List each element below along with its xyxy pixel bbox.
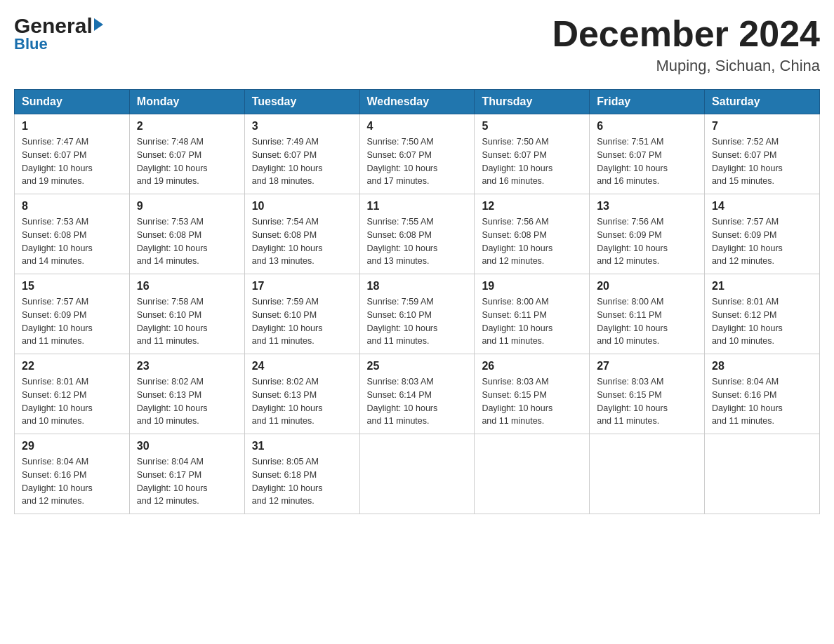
- day-number: 11: [367, 200, 468, 213]
- day-number: 22: [22, 360, 122, 373]
- calendar-cell: 7Sunrise: 7:52 AMSunset: 6:07 PMDaylight…: [705, 114, 820, 194]
- day-header-tuesday: Tuesday: [244, 90, 359, 114]
- day-number: 28: [712, 360, 812, 373]
- day-number: 17: [252, 280, 352, 293]
- day-info: Sunrise: 7:57 AMSunset: 6:09 PMDaylight:…: [22, 295, 122, 348]
- day-info: Sunrise: 7:48 AMSunset: 6:07 PMDaylight:…: [137, 135, 237, 188]
- day-number: 24: [252, 360, 352, 373]
- calendar-week-row: 22Sunrise: 8:01 AMSunset: 6:12 PMDayligh…: [15, 354, 820, 434]
- day-info: Sunrise: 7:47 AMSunset: 6:07 PMDaylight:…: [22, 135, 122, 188]
- day-info: Sunrise: 7:49 AMSunset: 6:07 PMDaylight:…: [252, 135, 352, 188]
- calendar-cell: 6Sunrise: 7:51 AMSunset: 6:07 PMDaylight…: [590, 114, 705, 194]
- day-number: 20: [597, 280, 697, 293]
- day-number: 8: [22, 200, 122, 213]
- day-info: Sunrise: 7:56 AMSunset: 6:09 PMDaylight:…: [597, 215, 697, 268]
- day-info: Sunrise: 7:51 AMSunset: 6:07 PMDaylight:…: [597, 135, 697, 188]
- day-info: Sunrise: 8:04 AMSunset: 6:17 PMDaylight:…: [137, 455, 237, 508]
- day-info: Sunrise: 7:53 AMSunset: 6:08 PMDaylight:…: [137, 215, 237, 268]
- calendar-cell: 1Sunrise: 7:47 AMSunset: 6:07 PMDaylight…: [15, 114, 130, 194]
- calendar-week-row: 15Sunrise: 7:57 AMSunset: 6:09 PMDayligh…: [15, 274, 820, 354]
- day-header-wednesday: Wednesday: [359, 90, 475, 114]
- day-info: Sunrise: 7:52 AMSunset: 6:07 PMDaylight:…: [712, 135, 812, 188]
- logo-general-text: General: [14, 14, 93, 38]
- calendar-cell: 9Sunrise: 7:53 AMSunset: 6:08 PMDaylight…: [129, 194, 244, 274]
- day-info: Sunrise: 7:59 AMSunset: 6:10 PMDaylight:…: [367, 295, 468, 348]
- day-number: 27: [597, 360, 697, 373]
- day-info: Sunrise: 8:03 AMSunset: 6:14 PMDaylight:…: [367, 375, 468, 428]
- day-info: Sunrise: 7:57 AMSunset: 6:09 PMDaylight:…: [712, 215, 812, 268]
- day-number: 5: [482, 120, 582, 133]
- calendar-week-row: 1Sunrise: 7:47 AMSunset: 6:07 PMDaylight…: [15, 114, 820, 194]
- day-number: 12: [482, 200, 582, 213]
- calendar-cell: 14Sunrise: 7:57 AMSunset: 6:09 PMDayligh…: [705, 194, 820, 274]
- calendar-cell: 20Sunrise: 8:00 AMSunset: 6:11 PMDayligh…: [590, 274, 705, 354]
- day-number: 10: [252, 200, 352, 213]
- calendar-cell: 4Sunrise: 7:50 AMSunset: 6:07 PMDaylight…: [359, 114, 475, 194]
- day-number: 31: [252, 440, 352, 452]
- day-header-friday: Friday: [590, 90, 705, 114]
- day-info: Sunrise: 8:05 AMSunset: 6:18 PMDaylight:…: [252, 455, 352, 508]
- calendar-cell: 27Sunrise: 8:03 AMSunset: 6:15 PMDayligh…: [590, 354, 705, 434]
- calendar-cell: 21Sunrise: 8:01 AMSunset: 6:12 PMDayligh…: [705, 274, 820, 354]
- calendar-cell: 13Sunrise: 7:56 AMSunset: 6:09 PMDayligh…: [590, 194, 705, 274]
- calendar-cell: [590, 434, 705, 514]
- calendar-cell: 28Sunrise: 8:04 AMSunset: 6:16 PMDayligh…: [705, 354, 820, 434]
- day-info: Sunrise: 7:56 AMSunset: 6:08 PMDaylight:…: [482, 215, 582, 268]
- calendar-cell: 3Sunrise: 7:49 AMSunset: 6:07 PMDaylight…: [244, 114, 359, 194]
- day-info: Sunrise: 7:50 AMSunset: 6:07 PMDaylight:…: [482, 135, 582, 188]
- day-info: Sunrise: 7:58 AMSunset: 6:10 PMDaylight:…: [137, 295, 237, 348]
- calendar-week-row: 8Sunrise: 7:53 AMSunset: 6:08 PMDaylight…: [15, 194, 820, 274]
- calendar-cell: [705, 434, 820, 514]
- calendar-cell: 31Sunrise: 8:05 AMSunset: 6:18 PMDayligh…: [244, 434, 359, 514]
- day-header-sunday: Sunday: [15, 90, 130, 114]
- day-info: Sunrise: 8:02 AMSunset: 6:13 PMDaylight:…: [137, 375, 237, 428]
- day-number: 15: [22, 280, 122, 293]
- calendar-cell: 16Sunrise: 7:58 AMSunset: 6:10 PMDayligh…: [129, 274, 244, 354]
- calendar-cell: 25Sunrise: 8:03 AMSunset: 6:14 PMDayligh…: [359, 354, 475, 434]
- calendar-cell: 5Sunrise: 7:50 AMSunset: 6:07 PMDaylight…: [475, 114, 590, 194]
- calendar-cell: 11Sunrise: 7:55 AMSunset: 6:08 PMDayligh…: [359, 194, 475, 274]
- day-number: 16: [137, 280, 237, 293]
- calendar-cell: 26Sunrise: 8:03 AMSunset: 6:15 PMDayligh…: [475, 354, 590, 434]
- day-number: 30: [137, 440, 237, 452]
- location-title: Muping, Sichuan, China: [552, 57, 820, 75]
- calendar-cell: 30Sunrise: 8:04 AMSunset: 6:17 PMDayligh…: [129, 434, 244, 514]
- calendar-cell: 17Sunrise: 7:59 AMSunset: 6:10 PMDayligh…: [244, 274, 359, 354]
- calendar-cell: 8Sunrise: 7:53 AMSunset: 6:08 PMDaylight…: [15, 194, 130, 274]
- page-header: General Blue December 2024 Muping, Sichu…: [14, 14, 820, 75]
- logo: General Blue: [14, 14, 103, 53]
- day-number: 3: [252, 120, 352, 133]
- day-number: 9: [137, 200, 237, 213]
- day-number: 29: [22, 440, 122, 452]
- day-number: 18: [367, 280, 468, 293]
- day-number: 25: [367, 360, 468, 373]
- calendar-cell: 23Sunrise: 8:02 AMSunset: 6:13 PMDayligh…: [129, 354, 244, 434]
- day-info: Sunrise: 8:03 AMSunset: 6:15 PMDaylight:…: [482, 375, 582, 428]
- day-info: Sunrise: 8:02 AMSunset: 6:13 PMDaylight:…: [252, 375, 352, 428]
- calendar-cell: [475, 434, 590, 514]
- calendar-cell: 24Sunrise: 8:02 AMSunset: 6:13 PMDayligh…: [244, 354, 359, 434]
- logo-blue-text: Blue: [14, 35, 48, 53]
- day-info: Sunrise: 8:01 AMSunset: 6:12 PMDaylight:…: [22, 375, 122, 428]
- calendar-table: SundayMondayTuesdayWednesdayThursdayFrid…: [14, 89, 820, 514]
- calendar-cell: 22Sunrise: 8:01 AMSunset: 6:12 PMDayligh…: [15, 354, 130, 434]
- calendar-cell: 2Sunrise: 7:48 AMSunset: 6:07 PMDaylight…: [129, 114, 244, 194]
- day-header-monday: Monday: [129, 90, 244, 114]
- day-info: Sunrise: 8:01 AMSunset: 6:12 PMDaylight:…: [712, 295, 812, 348]
- day-info: Sunrise: 7:50 AMSunset: 6:07 PMDaylight:…: [367, 135, 468, 188]
- logo-arrow-icon: [94, 18, 103, 31]
- calendar-cell: 19Sunrise: 8:00 AMSunset: 6:11 PMDayligh…: [475, 274, 590, 354]
- day-info: Sunrise: 8:00 AMSunset: 6:11 PMDaylight:…: [482, 295, 582, 348]
- day-header-thursday: Thursday: [475, 90, 590, 114]
- day-number: 19: [482, 280, 582, 293]
- day-number: 4: [367, 120, 468, 133]
- day-info: Sunrise: 8:04 AMSunset: 6:16 PMDaylight:…: [712, 375, 812, 428]
- calendar-cell: [359, 434, 475, 514]
- calendar-cell: 10Sunrise: 7:54 AMSunset: 6:08 PMDayligh…: [244, 194, 359, 274]
- day-info: Sunrise: 8:03 AMSunset: 6:15 PMDaylight:…: [597, 375, 697, 428]
- day-number: 7: [712, 120, 812, 133]
- month-title: December 2024: [552, 14, 820, 54]
- calendar-cell: 15Sunrise: 7:57 AMSunset: 6:09 PMDayligh…: [15, 274, 130, 354]
- day-number: 26: [482, 360, 582, 373]
- day-info: Sunrise: 8:00 AMSunset: 6:11 PMDaylight:…: [597, 295, 697, 348]
